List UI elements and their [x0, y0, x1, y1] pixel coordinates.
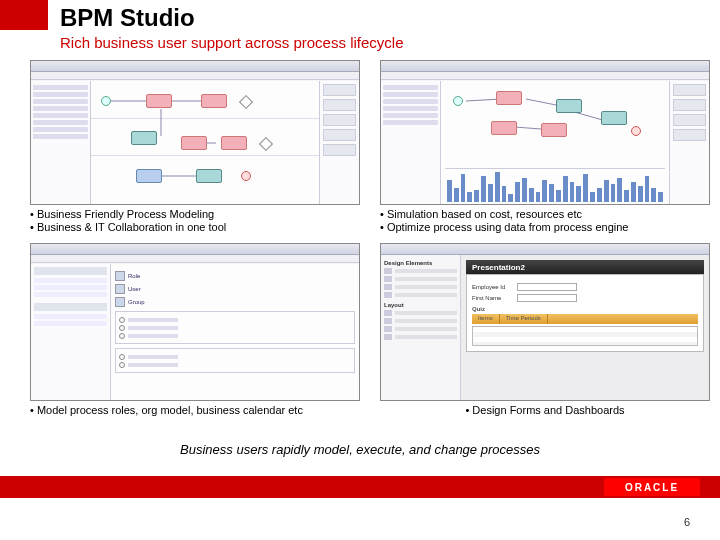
field-label: First Name [472, 295, 517, 301]
window-titlebar [381, 61, 709, 72]
section-label: Quiz [472, 306, 698, 312]
data-grid [472, 326, 698, 346]
quadrant-top-right: Simulation based on cost, resources etc … [380, 60, 710, 235]
caption-line: Optimize process using data from process… [380, 221, 710, 235]
page-title: BPM Studio [60, 4, 195, 32]
role-editor: Role User Group [111, 264, 359, 400]
component-palette [319, 81, 359, 204]
text-input [517, 294, 577, 302]
navigator-pane [31, 81, 91, 204]
caption-line: Model process roles, org model, business… [30, 404, 360, 418]
window-toolbar [31, 72, 359, 80]
caption-top-left: Business Friendly Process Modeling Busin… [30, 208, 360, 236]
navigator-pane [31, 264, 111, 400]
quadrant-bottom-right: Design Elements Layout Presentation2 Emp… [380, 243, 710, 418]
caption-line: Business Friendly Process Modeling [30, 208, 360, 222]
window-titlebar [31, 244, 359, 255]
caption-line: Simulation based on cost, resources etc [380, 208, 710, 222]
accent-square [0, 0, 48, 30]
form-canvas: Presentation2 Employee Id First Name Qui… [461, 255, 709, 400]
caption-line: Design Forms and Dashboards [380, 404, 710, 418]
screenshot-form-designer: Design Elements Layout Presentation2 Emp… [380, 243, 710, 401]
tab-items: Items [472, 314, 500, 324]
page-number: 6 [684, 516, 690, 528]
window-titlebar [31, 61, 359, 72]
quadrant-bottom-left: Role User Group Model process roles, or [30, 243, 360, 418]
settings-group [115, 311, 355, 344]
window-titlebar [381, 244, 709, 255]
form-preview: Employee Id First Name Quiz Items Time P… [466, 274, 704, 352]
screenshot-process-modeling [30, 60, 360, 205]
window-toolbar [31, 255, 359, 263]
oracle-logo: ORACLE [604, 478, 700, 496]
bpmn-canvas [91, 81, 319, 204]
screenshot-org-model: Role User Group [30, 243, 360, 401]
window-toolbar [381, 72, 709, 80]
text-input [517, 283, 577, 291]
field-label: Employee Id [472, 284, 517, 290]
tab-time-periods: Time Periods [500, 314, 548, 324]
quadrant-top-left: Business Friendly Process Modeling Busin… [30, 60, 360, 235]
simulation-bar-chart [445, 168, 665, 202]
page-subtitle: Rich business user support across proces… [60, 34, 403, 51]
caption-line: Business & IT Collaboration in one tool [30, 221, 360, 235]
presentation-header: Presentation2 [466, 260, 704, 274]
simulation-canvas [441, 81, 669, 204]
component-palette: Design Elements Layout [381, 255, 461, 400]
tagline: Business users rapidly model, execute, a… [180, 442, 540, 457]
properties-pane [669, 81, 709, 204]
caption-bottom-left: Model process roles, org model, business… [30, 404, 360, 418]
caption-bottom-right: Design Forms and Dashboards [380, 404, 710, 418]
tab-strip: Items Time Periods [472, 314, 698, 324]
settings-group [115, 348, 355, 373]
caption-top-right: Simulation based on cost, resources etc … [380, 208, 710, 236]
screenshot-simulation [380, 60, 710, 205]
navigator-pane [381, 81, 441, 204]
quadrant-grid: Business Friendly Process Modeling Busin… [30, 60, 710, 418]
